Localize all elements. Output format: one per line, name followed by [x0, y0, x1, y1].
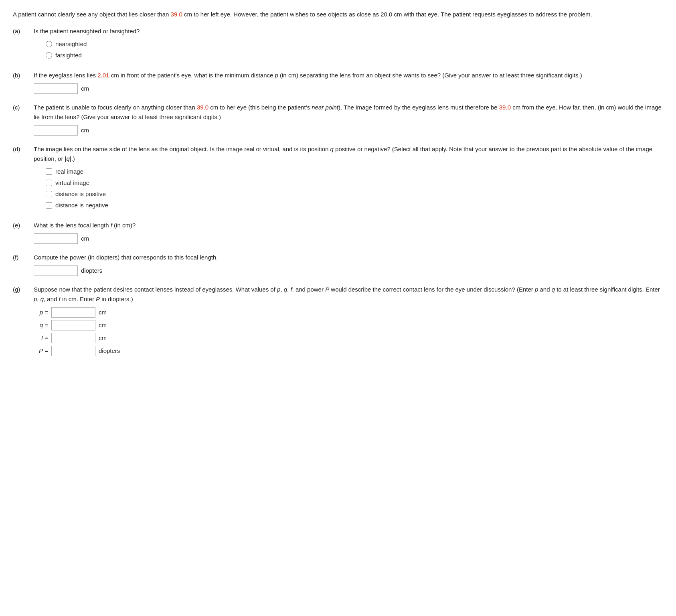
section-g-f-italic: f	[290, 286, 292, 293]
section-g-q-italic: q	[284, 286, 287, 293]
section-d-q-italic: q	[330, 146, 334, 152]
section-d-checkbox-group: real image virtual image distance is pos…	[46, 167, 663, 210]
checkbox-real-image[interactable]	[46, 168, 52, 175]
section-c-label: (c)	[13, 103, 34, 112]
section-g-content: Suppose now that the patient desires con…	[34, 285, 663, 356]
section-g-f2-italic: f	[59, 296, 61, 302]
section-g-input-p[interactable]	[51, 307, 95, 318]
section-e-question: What is the lens focal length f (in cm)?	[34, 221, 663, 230]
checkbox-virtual-image-label: virtual image	[55, 178, 89, 188]
section-g-p3-italic: p	[34, 296, 37, 302]
g-row-p: p = cm	[34, 307, 663, 318]
section-c-input[interactable]	[34, 125, 78, 136]
radio-item-farsighted: farsighted	[46, 51, 663, 60]
section-d-q-italic-2: q	[66, 155, 69, 162]
section-f-content: Compute the power (in diopters) that cor…	[34, 253, 663, 276]
section-d: (d) The image lies on the same side of t…	[13, 144, 663, 212]
section-b: (b) If the eyeglass lens lies 2.01 cm in…	[13, 71, 663, 94]
radio-nearsighted-label: nearsighted	[55, 39, 87, 49]
checkbox-distance-negative-label: distance is negative	[55, 201, 108, 210]
section-d-question: The image lies on the same side of the l…	[34, 144, 663, 164]
intro-text-part2: cm to her left eye. However, the patient…	[182, 11, 592, 18]
section-g-p-italic: p	[277, 286, 280, 293]
checkbox-virtual-image[interactable]	[46, 180, 52, 186]
section-g-q2-italic: q	[552, 286, 555, 293]
section-e-label: (e)	[13, 221, 34, 230]
section-e-input[interactable]	[34, 233, 78, 244]
section-g-P-italic: P	[325, 286, 329, 293]
g-row-p-label: p =	[34, 308, 48, 317]
section-a-content: Is the patient nearsighted or farsighted…	[34, 26, 663, 62]
checkbox-real-image-label: real image	[55, 167, 83, 176]
section-e-input-row: cm	[34, 233, 663, 244]
section-e-unit: cm	[81, 234, 89, 243]
section-b-unit: cm	[81, 84, 89, 93]
section-c-content: The patient is unable to focus clearly o…	[34, 103, 663, 136]
section-c-highlight-2: 39.0	[499, 104, 511, 111]
radio-item-nearsighted: nearsighted	[46, 39, 663, 49]
section-c-highlight-1: 39.0	[197, 104, 208, 111]
section-g-inputs: p = cm q = cm f = cm P = diopters	[34, 307, 663, 356]
section-b-content: If the eyeglass lens lies 2.01 cm in fro…	[34, 71, 663, 94]
section-a-label: (a)	[13, 26, 34, 36]
radio-nearsighted[interactable]	[46, 41, 52, 47]
checkbox-distance-positive-label: distance is positive	[55, 189, 106, 199]
section-b-input-row: cm	[34, 83, 663, 94]
checkbox-item-virtual-image: virtual image	[46, 178, 663, 188]
checkbox-item-distance-negative: distance is negative	[46, 201, 663, 210]
g-row-q: q = cm	[34, 320, 663, 330]
g-row-f: f = cm	[34, 333, 663, 343]
section-a-radio-group: nearsighted farsighted	[46, 39, 663, 60]
section-g-q3-italic: q	[40, 296, 44, 302]
checkbox-item-distance-positive: distance is positive	[46, 189, 663, 199]
checkbox-item-real-image: real image	[46, 167, 663, 176]
section-e-f-italic: f	[111, 222, 112, 229]
section-b-highlight: 2.01	[97, 72, 109, 79]
g-row-P: P = diopters	[34, 346, 663, 356]
section-f: (f) Compute the power (in diopters) that…	[13, 253, 663, 276]
section-b-label: (b)	[13, 71, 34, 80]
section-b-input[interactable]	[34, 83, 78, 94]
radio-farsighted[interactable]	[46, 52, 52, 59]
section-a-question: Is the patient nearsighted or farsighted…	[34, 26, 663, 36]
radio-farsighted-label: farsighted	[55, 51, 82, 60]
section-c: (c) The patient is unable to focus clear…	[13, 103, 663, 136]
checkbox-distance-negative[interactable]	[46, 202, 52, 209]
section-f-input[interactable]	[34, 265, 78, 276]
section-g-label: (g)	[13, 285, 34, 294]
section-f-question: Compute the power (in diopters) that cor…	[34, 253, 663, 262]
g-row-q-unit: cm	[99, 320, 107, 330]
section-f-label: (f)	[13, 253, 34, 262]
g-row-P-unit: diopters	[99, 346, 120, 356]
section-g-input-q[interactable]	[51, 320, 95, 330]
section-c-question: The patient is unable to focus clearly o…	[34, 103, 663, 122]
section-c-near-point: near point	[312, 104, 338, 111]
section-a: (a) Is the patient nearsighted or farsig…	[13, 26, 663, 62]
section-g-P2-italic: P	[96, 296, 100, 302]
section-g-input-f[interactable]	[51, 333, 95, 343]
intro-paragraph: A patient cannot clearly see any object …	[13, 10, 663, 19]
intro-highlight-1: 39.0	[171, 11, 182, 18]
section-e-content: What is the lens focal length f (in cm)?…	[34, 221, 663, 244]
g-row-f-unit: cm	[99, 333, 107, 343]
section-g-question: Suppose now that the patient desires con…	[34, 285, 663, 304]
section-g-input-P[interactable]	[51, 346, 95, 356]
section-f-unit: diopters	[81, 266, 102, 276]
intro-text-part1: A patient cannot clearly see any object …	[13, 11, 171, 18]
section-e: (e) What is the lens focal length f (in …	[13, 221, 663, 244]
g-row-f-label: f =	[34, 333, 48, 343]
section-g: (g) Suppose now that the patient desires…	[13, 285, 663, 356]
checkbox-distance-positive[interactable]	[46, 191, 52, 197]
g-row-q-label: q =	[34, 320, 48, 330]
section-f-input-row: diopters	[34, 265, 663, 276]
g-row-P-label: P =	[34, 346, 48, 356]
section-c-input-row: cm	[34, 125, 663, 136]
section-g-p2-italic: p	[535, 286, 538, 293]
section-c-unit: cm	[81, 126, 89, 135]
section-b-question: If the eyeglass lens lies 2.01 cm in fro…	[34, 71, 663, 80]
section-d-label: (d)	[13, 144, 34, 154]
section-b-p-italic: p	[275, 72, 278, 79]
g-row-p-unit: cm	[99, 308, 107, 317]
section-d-content: The image lies on the same side of the l…	[34, 144, 663, 212]
